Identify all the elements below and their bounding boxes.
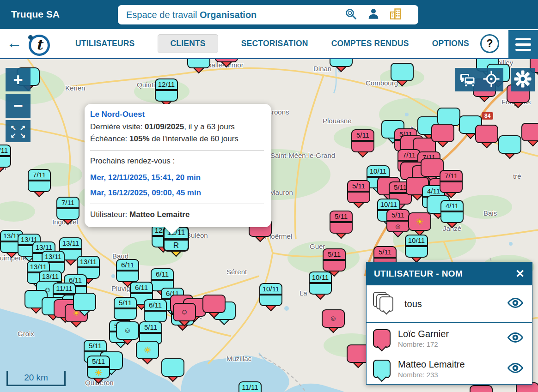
top-bar: Truque SA Espace de travail Organisation xyxy=(0,0,538,29)
traffic-layer-button[interactable] xyxy=(455,68,479,91)
popup-appointment-link[interactable]: Mer, 12/11/2025, 15:41, 20 min xyxy=(90,173,264,182)
settings-button[interactable] xyxy=(511,68,535,91)
panel-header: UTILISATEUR - NOM ✕ xyxy=(367,262,532,285)
company-building-icon[interactable] xyxy=(390,8,402,22)
expand-arrows-icon: ↖↗↙↘ xyxy=(10,124,25,139)
smiley-icon: ☺ xyxy=(330,315,337,322)
popup-next-title: Prochains rendez-vous : xyxy=(90,155,264,167)
smiley-icon: ☺ xyxy=(181,308,188,316)
marker-popup: Le Nord-Ouest Dernière visite: 01/09/202… xyxy=(85,104,271,227)
map-marker[interactable]: 10/11 xyxy=(405,235,428,258)
panel-title: UTILISATEUR - NOM xyxy=(374,269,463,279)
nav-tabs: UTILISATEURS CLIENTS SECTORISATION COMPT… xyxy=(75,29,469,58)
map-marker[interactable]: ☺ xyxy=(173,303,196,321)
map-scale: 20 km xyxy=(6,371,66,386)
search-icon[interactable] xyxy=(345,8,357,22)
eye-icon[interactable] xyxy=(507,363,524,375)
fullscreen-button[interactable]: ↖↗↙↘ xyxy=(6,120,31,142)
locate-button[interactable] xyxy=(479,68,503,91)
map-marker[interactable] xyxy=(498,135,521,154)
map-marker[interactable]: 10/11 xyxy=(259,283,282,306)
map-label: La xyxy=(300,289,307,297)
map-label: Plouasne xyxy=(323,117,352,125)
map-marker[interactable] xyxy=(431,124,454,142)
nav-bar: ← t UTILISATEURS CLIENTS SECTORISATION C… xyxy=(0,29,538,59)
popup-appointment-link[interactable]: Mar, 16/12/2025, 09:00, 45 min xyxy=(90,188,264,198)
map-label: tré xyxy=(513,172,521,180)
filter-row-user[interactable]: Matteo Lemaitre Nombre: 233 xyxy=(367,354,532,384)
map-marker[interactable]: 6/11 xyxy=(144,299,167,322)
tab-sectorisation[interactable]: SECTORISATION xyxy=(241,39,308,48)
map-marker[interactable]: 13/11 xyxy=(0,145,11,168)
map-marker[interactable]: 5/11 xyxy=(323,248,346,271)
map-marker[interactable]: 5/11 xyxy=(114,297,137,320)
filter-name: tous xyxy=(404,299,422,309)
map-marker[interactable]: 12/11 xyxy=(155,78,178,102)
map-marker[interactable]: 5/11☺ xyxy=(386,209,410,232)
map-marker[interactable]: 7/11 xyxy=(440,170,463,193)
map-marker[interactable]: 5/11 xyxy=(351,129,374,152)
sun-icon: ☀ xyxy=(143,346,151,355)
map-marker[interactable]: 7/11 xyxy=(56,197,79,220)
brand-title: Truque SA xyxy=(11,9,60,20)
traffic-cars-icon xyxy=(458,70,477,90)
zoom-in-button[interactable]: + xyxy=(6,68,31,91)
map-marker[interactable] xyxy=(475,125,498,143)
map-marker[interactable]: 5/11 xyxy=(347,180,370,203)
user-account-icon[interactable] xyxy=(367,8,379,22)
tab-utilisateurs[interactable]: UTILISATEURS xyxy=(75,39,134,48)
popup-client-link[interactable]: Le Nord-Ouest xyxy=(90,110,264,119)
workspace-search[interactable]: Espace de travail Organisation xyxy=(118,5,418,24)
map[interactable]: + − ↖↗↙↘ 20 km Le Nord-Ouest Dernière vi… xyxy=(0,59,538,392)
map-marker[interactable]: 6/11 xyxy=(116,259,139,282)
map-marker[interactable] xyxy=(330,59,353,67)
crosshair-icon xyxy=(482,70,501,90)
hamburger-menu-icon[interactable] xyxy=(508,30,538,59)
filter-row-all[interactable]: tous xyxy=(367,285,532,323)
map-marker[interactable] xyxy=(202,295,226,313)
map-marker[interactable] xyxy=(437,108,460,126)
map-marker[interactable] xyxy=(391,63,414,81)
popup-divider xyxy=(90,204,264,204)
map-marker[interactable]: 7/11 xyxy=(28,169,51,192)
zoom-out-button[interactable]: − xyxy=(6,94,31,118)
pink-pin-icon xyxy=(373,329,391,348)
eye-icon[interactable] xyxy=(507,298,524,310)
map-marker[interactable]: ☺ xyxy=(116,321,139,340)
map-marker[interactable] xyxy=(187,59,210,68)
gear-icon xyxy=(514,70,532,90)
application-window: Truque SA Espace de travail Organisation… xyxy=(0,0,538,392)
popup-due: Échéance: 105% de l'intervalle de 60 jou… xyxy=(90,133,264,145)
cyan-pin-icon xyxy=(373,360,391,378)
map-marker[interactable]: 11/11 xyxy=(238,381,262,392)
stacked-pins-icon xyxy=(373,292,397,316)
map-marker[interactable]: 10/11 xyxy=(309,271,332,295)
map-marker[interactable]: ☀ xyxy=(136,341,159,359)
close-icon[interactable]: ✕ xyxy=(515,267,525,280)
map-label: Sérent xyxy=(226,268,247,276)
map-marker[interactable] xyxy=(470,385,493,392)
filter-row-user[interactable]: Loïc Garnier Nombre: 172 xyxy=(367,323,532,354)
map-marker[interactable]: ☺ xyxy=(322,309,345,328)
filter-count: Nombre: 172 xyxy=(398,340,449,348)
tab-options[interactable]: OPTIONS xyxy=(432,39,469,48)
app-logo[interactable]: t xyxy=(29,35,50,56)
tab-comptes-rendus[interactable]: COMPTES RENDUS xyxy=(331,39,409,48)
map-marker[interactable] xyxy=(73,293,96,311)
map-label: Mauron xyxy=(269,188,293,196)
map-marker[interactable]: ☀ xyxy=(408,212,431,231)
back-arrow-icon[interactable]: ← xyxy=(6,34,22,52)
user-filter-panel: UTILISATEUR - NOM ✕ tous Loïc Garnier No… xyxy=(366,262,532,385)
map-marker[interactable]: 4/11 xyxy=(440,200,464,223)
map-label: Buléon xyxy=(186,231,208,239)
eye-icon[interactable] xyxy=(507,332,524,344)
map-marker[interactable]: 5/11☀ xyxy=(87,356,110,379)
map-marker[interactable] xyxy=(161,358,184,377)
help-button[interactable]: ? xyxy=(480,34,499,53)
map-marker[interactable] xyxy=(521,123,538,141)
map-marker[interactable] xyxy=(215,59,238,62)
sun-icon: ☀ xyxy=(416,217,423,226)
workspace-label: Espace de travail Organisation xyxy=(126,10,257,20)
map-marker[interactable]: 5/11 xyxy=(330,211,353,234)
tab-clients[interactable]: CLIENTS xyxy=(158,34,218,53)
